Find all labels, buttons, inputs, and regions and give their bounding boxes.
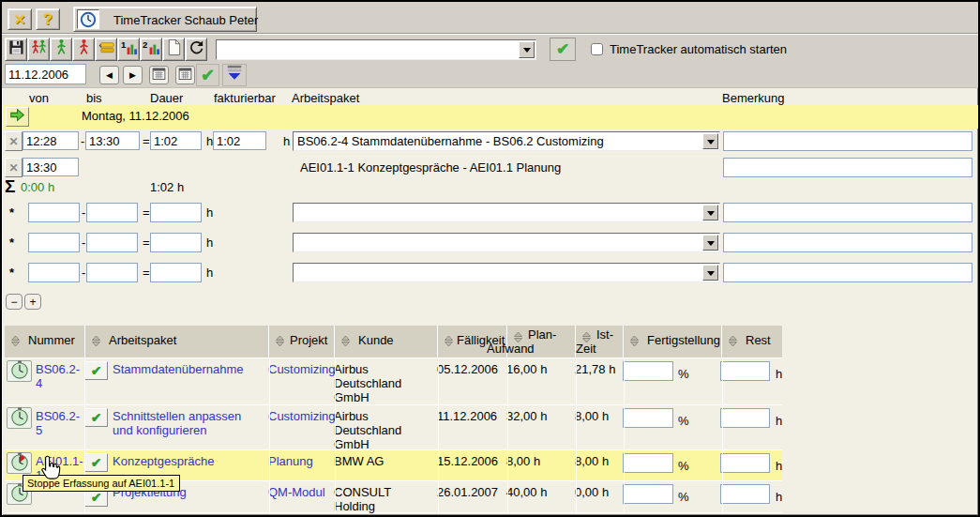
save-button[interactable] <box>5 38 27 61</box>
sort-icon[interactable] <box>629 334 640 351</box>
bemerkung-input[interactable] <box>723 263 972 282</box>
timesheet-button[interactable] <box>95 38 117 61</box>
combobox-arrow-button[interactable] <box>702 265 718 281</box>
calendar-week-button[interactable] <box>175 66 195 84</box>
help-button[interactable]: ? <box>36 8 60 30</box>
arbeitspaket-combobox[interactable] <box>293 233 720 252</box>
column-separator <box>624 358 625 514</box>
sort-icon[interactable] <box>275 334 285 351</box>
projekt-link[interactable]: Customizing <box>268 362 336 376</box>
table-header-ist-zeit[interactable]: Ist-Zeit <box>576 326 624 357</box>
von-input[interactable] <box>23 158 79 176</box>
von-input[interactable] <box>28 263 80 282</box>
rest-input[interactable] <box>720 361 770 381</box>
table-header-plan-aufwand[interactable]: Plan-Aufwand <box>507 326 576 357</box>
sort-icon[interactable] <box>340 334 351 351</box>
delete-entry-button[interactable]: ✕ <box>5 131 23 151</box>
combobox-arrow-button[interactable] <box>702 205 718 220</box>
fertigstellung-input[interactable] <box>623 408 673 428</box>
report-1-button[interactable]: 1 <box>117 38 140 61</box>
von-input[interactable] <box>23 131 79 150</box>
start-recording-button[interactable] <box>50 38 72 61</box>
arbeitspaket-link[interactable]: Schnittstellen anpassen und konfiguriere… <box>113 409 264 437</box>
sort-icon[interactable] <box>444 334 454 351</box>
calendar-button[interactable] <box>149 66 169 84</box>
bemerkung-input[interactable] <box>723 203 972 222</box>
bis-input[interactable] <box>86 233 138 252</box>
fertigstellung-input[interactable] <box>623 453 673 473</box>
arbeitspaket-combobox[interactable] <box>293 263 720 282</box>
jump-to-day-button[interactable] <box>6 107 29 127</box>
table-header-projekt[interactable]: Projekt <box>269 326 335 357</box>
dauer-input[interactable] <box>150 131 202 150</box>
sort-icon[interactable] <box>728 334 738 351</box>
sort-icon[interactable] <box>91 334 101 351</box>
bis-input[interactable] <box>86 203 138 222</box>
sort-icon[interactable] <box>10 334 21 351</box>
table-header-fertigstellung[interactable]: Fertigstellung <box>624 326 722 357</box>
add-row-button[interactable]: + <box>24 294 41 310</box>
dauer-input[interactable] <box>150 263 202 282</box>
combobox-arrow-button[interactable] <box>519 41 535 58</box>
complete-button[interactable]: ✔ <box>84 453 108 472</box>
hours-label: h <box>206 266 213 280</box>
refresh-button[interactable] <box>185 38 207 61</box>
bis-input[interactable] <box>85 131 140 150</box>
apply-date-button[interactable]: ✔ <box>196 64 219 86</box>
faelligkeit-cell: 11.12.2006 <box>437 409 497 423</box>
table-row[interactable]: BS06.2-5 ✔ Schnittstellen anpassen und k… <box>5 405 782 450</box>
table-header-rest[interactable]: Rest <box>722 326 782 357</box>
dauer-input[interactable] <box>150 203 202 222</box>
close-button[interactable]: ✕ <box>8 8 32 30</box>
arbeitspaket-combobox[interactable] <box>293 203 720 222</box>
date-input[interactable] <box>5 64 86 84</box>
start-timer-button[interactable] <box>7 407 32 429</box>
von-input[interactable] <box>28 203 80 222</box>
complete-button[interactable]: ✔ <box>84 361 108 380</box>
bemerkung-input[interactable] <box>723 131 972 151</box>
fakturierbar-input[interactable] <box>213 131 266 150</box>
nummer-link[interactable]: BS06.2-4 <box>36 362 83 390</box>
arbeitspaket-link[interactable]: Konzeptgespräche <box>113 454 264 468</box>
bemerkung-input[interactable] <box>723 233 972 252</box>
delete-entry-button[interactable]: ✕ <box>5 158 23 177</box>
start-stop-all-button[interactable] <box>27 38 50 61</box>
next-day-button[interactable]: ▶ <box>123 66 143 84</box>
new-entry-button[interactable] <box>162 38 185 61</box>
bemerkung-input[interactable] <box>723 158 972 177</box>
bis-input[interactable] <box>86 263 138 282</box>
rest-input[interactable] <box>720 408 770 428</box>
rest-input[interactable] <box>720 484 770 504</box>
fertigstellung-input[interactable] <box>623 361 673 381</box>
start-timer-button[interactable] <box>7 360 32 382</box>
confirm-task-button[interactable]: ✔ <box>550 38 576 61</box>
combobox-arrow-button[interactable] <box>702 133 718 149</box>
column-header-bis: bis <box>86 91 102 105</box>
table-header-kunde[interactable]: Kunde <box>335 326 438 357</box>
stop-recording-button[interactable] <box>72 38 95 61</box>
rest-input[interactable] <box>720 453 770 473</box>
projekt-link[interactable]: Planung <box>268 454 313 468</box>
table-header-nummer[interactable]: Nummer <box>5 326 85 357</box>
projekt-link[interactable]: QM-Modul <box>268 485 325 499</box>
remove-row-button[interactable]: − <box>6 294 23 310</box>
fertigstellung-input[interactable] <box>623 484 673 504</box>
complete-button[interactable]: ✔ <box>84 408 108 427</box>
arbeitspaket-link[interactable]: Stammdatenübernahme <box>113 362 264 376</box>
projekt-link[interactable]: Customizing <box>268 409 336 423</box>
arbeitspaket-combobox[interactable]: BS06.2-4 Stammdatenübernahme - BS06.2 Cu… <box>293 131 720 151</box>
report-2-button[interactable]: 2 <box>140 38 162 61</box>
combobox-arrow-button[interactable] <box>702 235 718 251</box>
table-row[interactable]: BS06.2-4 ✔ Stammdatenübernahme Customizi… <box>5 358 782 405</box>
previous-day-button[interactable]: ◀ <box>99 66 119 84</box>
table-header-arbeitspaket[interactable]: Arbeitspaket <box>85 326 269 357</box>
app-title-button[interactable]: TimeTracker Schaub Peter <box>73 7 257 32</box>
task-combobox[interactable] <box>216 39 536 60</box>
stop-timer-button[interactable] <box>7 452 32 474</box>
nummer-link[interactable]: BS06.2-5 <box>36 409 83 437</box>
dauer-input[interactable] <box>150 233 202 252</box>
autostart-checkbox[interactable] <box>591 43 603 55</box>
kunde-cell: BMW AG <box>334 454 428 468</box>
von-input[interactable] <box>28 233 80 252</box>
show-all-entries-button[interactable] <box>222 64 247 86</box>
